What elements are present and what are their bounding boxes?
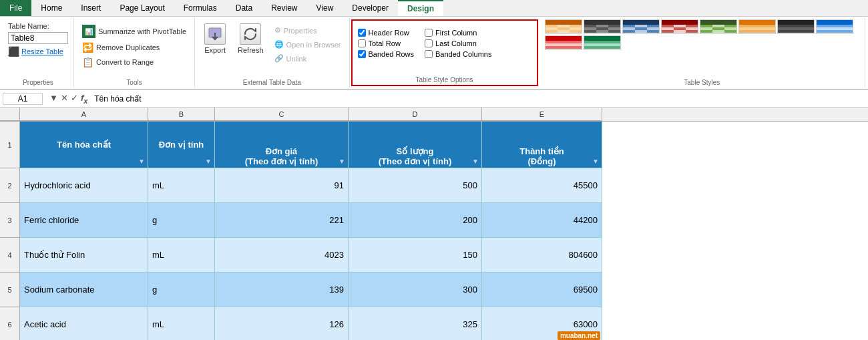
style-swatch-orange2[interactable] xyxy=(738,19,776,34)
filter-arrow-d[interactable]: ▼ xyxy=(472,158,479,165)
header-cell-col-c[interactable]: Đơn giá (Theo đơn vị tính) ▼ xyxy=(215,122,349,168)
row-num-5: 5 xyxy=(0,273,20,307)
table-style-options-label: Table Style Options xyxy=(353,76,537,83)
refresh-button[interactable]: Refresh xyxy=(234,22,268,55)
filter-arrow-e[interactable]: ▼ xyxy=(592,158,599,165)
style-swatch-blue2[interactable] xyxy=(816,19,853,34)
convert-to-range-button[interactable]: 📋 Convert to Range xyxy=(79,55,156,69)
first-column-check[interactable] xyxy=(425,29,433,37)
cell-4-a[interactable]: Thuốc thử Folin xyxy=(20,238,148,273)
data-row-6: 6 Acetic acid mL 126 325 63000 muaban.ne… xyxy=(0,307,868,340)
tab-home[interactable]: Home xyxy=(31,0,71,16)
style-swatch-green1[interactable] xyxy=(700,19,737,34)
style-swatch-dark2[interactable] xyxy=(777,19,815,34)
total-row-check[interactable] xyxy=(358,39,366,47)
tab-review[interactable]: Review xyxy=(262,0,306,16)
filter-arrow-c[interactable]: ▼ xyxy=(339,158,345,165)
cell-3-c[interactable]: 221 xyxy=(215,203,349,238)
cell-5-b[interactable]: g xyxy=(148,273,215,307)
properties-icon: ⚙ xyxy=(274,26,281,35)
header-cell-col-a[interactable]: Tên hóa chất ▼ xyxy=(20,122,148,168)
cell-4-b[interactable]: mL xyxy=(148,238,215,273)
cell-2-d[interactable]: 500 xyxy=(349,168,482,203)
style-swatch-orange1[interactable] xyxy=(545,19,582,34)
table-styles-label: Table Styles xyxy=(539,79,865,86)
table-name-input[interactable] xyxy=(8,32,68,44)
style-swatch-red1[interactable] xyxy=(661,19,698,34)
cell-4-e[interactable]: 804600 xyxy=(482,238,602,273)
remove-dup-icon: 🔁 xyxy=(82,42,93,53)
cell-6-a[interactable]: Acetic acid xyxy=(20,307,148,340)
pivot-icon: 📊 xyxy=(82,25,95,38)
open-browser-button[interactable]: 🌐 Open in Browser xyxy=(272,39,344,50)
properties-label: Properties xyxy=(3,79,73,86)
first-column-checkbox[interactable]: First Column xyxy=(425,29,491,37)
export-icon xyxy=(204,23,226,45)
cell-4-c[interactable]: 4023 xyxy=(215,238,349,273)
header-row-check[interactable] xyxy=(358,29,366,37)
properties-button[interactable]: ⚙ Properties xyxy=(272,25,344,36)
resize-table-link[interactable]: ⬛ Resize Table xyxy=(8,46,63,57)
header-cell-col-d[interactable]: Số lượng (Theo đơn vị tính) ▼ xyxy=(349,122,482,168)
cell-2-a[interactable]: Hydrochloric acid xyxy=(20,168,148,203)
cell-4-d[interactable]: 150 xyxy=(349,238,482,273)
cell-5-d[interactable]: 300 xyxy=(349,273,482,307)
tab-insert[interactable]: Insert xyxy=(71,0,110,16)
remove-duplicates-button[interactable]: 🔁 Remove Duplicates xyxy=(79,41,162,54)
tab-developer[interactable]: Developer xyxy=(343,0,398,16)
cell-6-b[interactable]: mL xyxy=(148,307,215,340)
cell-3-b[interactable]: g xyxy=(148,203,215,238)
cell-5-c[interactable]: 139 xyxy=(215,273,349,307)
cell-2-e[interactable]: 45500 xyxy=(482,168,602,203)
header-cell-col-e[interactable]: Thành tiền (Đồng) ▼ xyxy=(482,122,602,168)
last-column-check[interactable] xyxy=(425,39,433,47)
cell-6-e[interactable]: 63000 muaban.net xyxy=(482,307,602,340)
cell-3-e[interactable]: 44200 xyxy=(482,203,602,238)
function-icon: fx xyxy=(81,93,87,105)
cell-3-a[interactable]: Ferric chloride xyxy=(20,203,148,238)
cell-3-d[interactable]: 200 xyxy=(349,203,482,238)
unlink-icon: 🔗 xyxy=(274,54,284,63)
style-swatch-green2[interactable] xyxy=(584,35,621,50)
summarize-pivottable-button[interactable]: 📊 Summarize with PivotTable xyxy=(79,23,189,39)
row-num-3: 3 xyxy=(0,203,20,238)
watermark: muaban.net xyxy=(558,331,600,340)
header-cell-col-b[interactable]: Đơn vị tính ▼ xyxy=(148,122,215,168)
total-row-checkbox[interactable]: Total Row xyxy=(358,39,415,47)
data-row-header: 1 Tên hóa chất ▼ Đơn vị tính ▼ Đơn giá (… xyxy=(0,122,868,168)
style-swatch-blue1[interactable] xyxy=(622,19,660,34)
banded-columns-checkbox[interactable]: Banded Columns xyxy=(425,50,491,58)
style-swatch-red2[interactable] xyxy=(545,35,582,50)
cell-6-d[interactable]: 325 xyxy=(349,307,482,340)
cancel-icon: ✕ xyxy=(61,93,68,105)
row-num-header xyxy=(0,108,20,121)
export-button[interactable]: Export xyxy=(200,22,230,55)
ribbon-tabs: File Home Insert Page Layout Formulas Da… xyxy=(0,0,868,17)
header-row-checkbox[interactable]: Header Row xyxy=(358,29,415,37)
filter-arrow-a[interactable]: ▼ xyxy=(138,158,145,165)
filter-arrow-b[interactable]: ▼ xyxy=(205,158,212,165)
tab-page-layout[interactable]: Page Layout xyxy=(110,0,174,16)
cell-reference[interactable] xyxy=(3,93,43,105)
cell-2-c[interactable]: 91 xyxy=(215,168,349,203)
style-options-col1: Header Row Total Row Banded Rows xyxy=(358,26,415,58)
table-name-label: Table Name: xyxy=(8,22,49,30)
banded-rows-check[interactable] xyxy=(358,50,366,58)
cell-5-a[interactable]: Sodium carbonate xyxy=(20,273,148,307)
style-swatch-dark1[interactable] xyxy=(584,19,621,34)
last-column-checkbox[interactable]: Last Column xyxy=(425,39,491,47)
banded-rows-checkbox[interactable]: Banded Rows xyxy=(358,50,415,58)
tab-design[interactable]: Design xyxy=(398,0,443,16)
cell-6-c[interactable]: 126 xyxy=(215,307,349,340)
tab-formulas[interactable]: Formulas xyxy=(174,0,226,16)
tab-view[interactable]: View xyxy=(307,0,343,16)
tab-file[interactable]: File xyxy=(0,0,31,16)
tab-data[interactable]: Data xyxy=(226,0,262,16)
cell-2-b[interactable]: mL xyxy=(148,168,215,203)
external-table-data-label: External Table Data xyxy=(195,79,349,86)
cell-5-e[interactable]: 69500 xyxy=(482,273,602,307)
formula-input[interactable] xyxy=(91,94,865,104)
spreadsheet: A B C D E 1 Tên hóa chất ▼ Đơn vị tính ▼… xyxy=(0,108,868,340)
unlink-button[interactable]: 🔗 Unlink xyxy=(272,53,344,64)
banded-columns-check[interactable] xyxy=(425,50,433,58)
